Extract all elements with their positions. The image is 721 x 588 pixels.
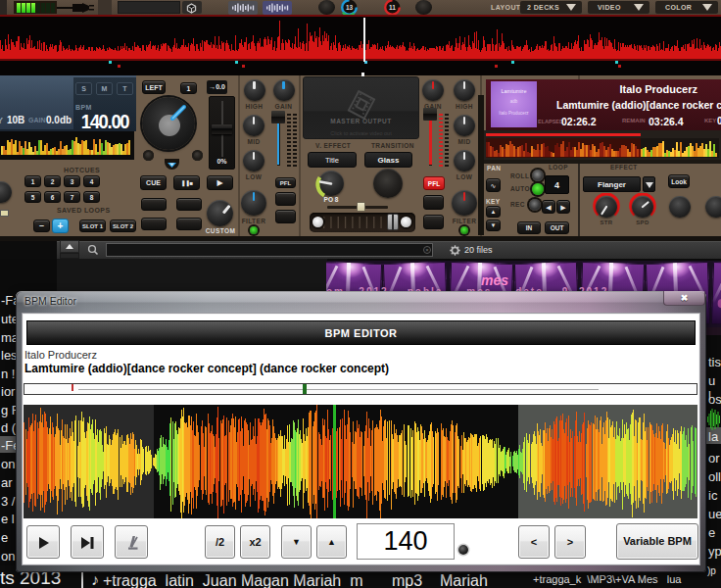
svg-text:11: 11 xyxy=(389,4,396,11)
svg-text:13: 13 xyxy=(346,4,354,11)
